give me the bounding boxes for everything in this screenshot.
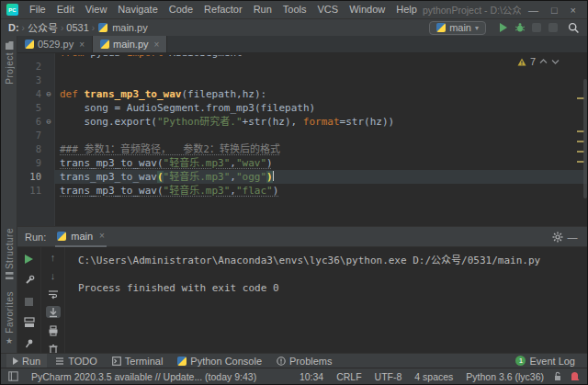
editor-column: 0529.py × main.py × from pydub import Au… bbox=[17, 36, 587, 353]
menu-view[interactable]: View bbox=[80, 1, 113, 18]
run-settings-button[interactable] bbox=[22, 273, 37, 288]
code-line[interactable]: 7 bbox=[17, 129, 587, 142]
menu-vcs[interactable]: VCS bbox=[312, 1, 345, 18]
toolwindow-terminal[interactable]: Terminal bbox=[106, 354, 170, 368]
python-file-icon bbox=[25, 40, 34, 49]
window-title: pythonProject - D:\公众号\0531\main.py bbox=[423, 3, 521, 17]
code-line[interactable]: 5 song = AudioSegment.from_mp3(filepath) bbox=[17, 101, 587, 115]
tab-mainpy[interactable]: main.py × bbox=[93, 36, 167, 52]
minimize-button[interactable]: — bbox=[528, 5, 538, 16]
status-indent[interactable]: 4 spaces bbox=[414, 371, 453, 382]
menu-file[interactable]: File bbox=[24, 1, 51, 18]
code-editor[interactable]: from pydub import AudioSegment234⊖def tr… bbox=[17, 53, 587, 226]
structure-icon bbox=[6, 272, 14, 280]
event-log-badge: 1 bbox=[515, 356, 526, 366]
sidebar-item-project[interactable]: Project bbox=[1, 39, 17, 85]
menu-code[interactable]: Code bbox=[164, 1, 198, 18]
code-line[interactable]: 6⊖ song.export("Python研究者."+str(hz), for… bbox=[17, 115, 587, 129]
sidebar-item-structure[interactable]: Structure bbox=[1, 228, 17, 283]
print-button[interactable] bbox=[46, 324, 61, 336]
toolwindow-label: Python Console bbox=[190, 356, 262, 367]
left-tool-window-stripe: Project Structure Favorites ★ bbox=[1, 36, 17, 353]
maximize-button[interactable]: □ bbox=[551, 5, 558, 16]
breadcrumb-drive[interactable]: D: bbox=[6, 22, 21, 33]
line-number: 3 bbox=[17, 74, 43, 87]
code-line[interactable]: 9trans_mp3_to_wav("轻音乐.mp3","wav") bbox=[17, 156, 587, 170]
breadcrumb-file[interactable]: main.py bbox=[110, 22, 150, 33]
code-text bbox=[54, 129, 587, 142]
line-number: 7 bbox=[17, 129, 43, 142]
status-line-ending[interactable]: CRLF bbox=[336, 371, 361, 382]
breadcrumb-folder-1[interactable]: 公众号 bbox=[26, 20, 60, 35]
status-interpreter[interactable]: Python 3.6 (lyc36) bbox=[466, 371, 544, 382]
close-tab-icon[interactable]: × bbox=[79, 40, 85, 50]
close-tab-icon[interactable]: × bbox=[154, 40, 160, 50]
menu-tools[interactable]: Tools bbox=[277, 1, 312, 18]
printer-icon bbox=[48, 325, 59, 336]
sidebar-item-favorites[interactable]: Favorites ★ bbox=[1, 291, 17, 345]
python-icon bbox=[57, 232, 66, 241]
hide-panel-button[interactable]: — bbox=[565, 230, 580, 244]
code-line[interactable]: 4⊖def trans_mp3_to_wav(filepath,hz): bbox=[17, 87, 587, 101]
code-line[interactable]: 8### 参数1：音频路径， 参数2：转换后的格式 bbox=[17, 142, 587, 156]
todo-list-icon bbox=[55, 357, 64, 366]
editor-scrollbar[interactable] bbox=[583, 79, 587, 198]
menu-edit[interactable]: Edit bbox=[51, 1, 80, 18]
restore-layout-button[interactable] bbox=[22, 315, 37, 330]
toolwindow-problems[interactable]: Problems bbox=[270, 354, 338, 368]
text-caret bbox=[273, 171, 274, 181]
toolwindow-todo[interactable]: TODO bbox=[49, 354, 104, 368]
code-line[interactable]: 3 bbox=[17, 74, 587, 87]
run-button[interactable] bbox=[495, 20, 512, 36]
chevron-down-icon[interactable] bbox=[551, 58, 560, 65]
line-number: 4 bbox=[17, 87, 43, 101]
console-output[interactable]: C:\Users\Administrator\Anaconda3\envs\ly… bbox=[65, 247, 587, 355]
python-file-icon bbox=[100, 40, 109, 49]
tool-window-toggle-icon[interactable] bbox=[8, 371, 18, 381]
pin-tab-button[interactable] bbox=[22, 336, 37, 351]
lock-icon[interactable] bbox=[553, 371, 562, 381]
settings-button[interactable] bbox=[550, 230, 565, 244]
toolwindow-python-console[interactable]: Python Console bbox=[171, 354, 268, 368]
notification-alert-icon[interactable] bbox=[570, 371, 580, 381]
chevron-up-icon[interactable] bbox=[539, 58, 548, 65]
fold-marker-icon[interactable]: ⊖ bbox=[43, 115, 54, 129]
soft-wrap-button[interactable] bbox=[46, 289, 61, 300]
menu-navigate[interactable]: Navigate bbox=[112, 1, 163, 18]
profiler-button[interactable] bbox=[545, 20, 561, 36]
run-tab-main[interactable]: main × bbox=[55, 227, 107, 247]
play-icon bbox=[13, 357, 18, 365]
debug-button[interactable] bbox=[512, 20, 528, 36]
search-everywhere-button[interactable] bbox=[565, 20, 582, 36]
inspections-widget[interactable]: 7 bbox=[517, 56, 560, 67]
close-run-tab-icon[interactable]: × bbox=[99, 231, 105, 241]
status-encoding[interactable]: UTF-8 bbox=[375, 371, 402, 382]
toolwindow-event-log[interactable]: 1 Event Log bbox=[509, 354, 582, 368]
code-line[interactable]: 11trans_mp3_to_wav("轻音乐.mp3","flac") bbox=[17, 184, 587, 198]
down-stacktrace-button[interactable]: ↓ bbox=[46, 270, 61, 282]
layout-icon bbox=[24, 317, 35, 328]
code-line[interactable]: 2 bbox=[17, 60, 587, 74]
up-stacktrace-button[interactable]: ↑ bbox=[46, 252, 61, 264]
python-icon bbox=[177, 357, 187, 366]
close-button[interactable]: × bbox=[571, 5, 576, 16]
menu-run[interactable]: Run bbox=[248, 1, 277, 18]
line-number: 11 bbox=[17, 184, 43, 198]
rerun-button[interactable] bbox=[22, 252, 37, 266]
fold-marker-icon[interactable]: ⊖ bbox=[43, 87, 54, 101]
coverage-button[interactable] bbox=[528, 20, 545, 36]
toolwindow-run[interactable]: Run bbox=[6, 354, 47, 368]
menu-window[interactable]: Window bbox=[344, 1, 390, 18]
tab-0529py[interactable]: 0529.py × bbox=[17, 36, 93, 52]
code-line[interactable]: 10trans_mp3_to_wav("轻音乐.mp3","ogg") bbox=[17, 170, 587, 184]
coverage-icon bbox=[532, 23, 541, 32]
breadcrumb-folder-2[interactable]: 0531 bbox=[64, 22, 90, 33]
status-message[interactable]: PyCharm 2020.3.5 available // Update... … bbox=[31, 371, 256, 382]
run-configuration-select[interactable]: main ▾ bbox=[429, 21, 486, 35]
menu-refactor[interactable]: Refactor bbox=[198, 1, 248, 18]
stop-button[interactable] bbox=[22, 294, 37, 309]
problems-icon bbox=[277, 357, 286, 366]
menu-help[interactable]: Help bbox=[390, 1, 423, 18]
status-position[interactable]: 10:34 bbox=[300, 371, 323, 382]
scroll-to-end-button[interactable] bbox=[46, 306, 61, 318]
